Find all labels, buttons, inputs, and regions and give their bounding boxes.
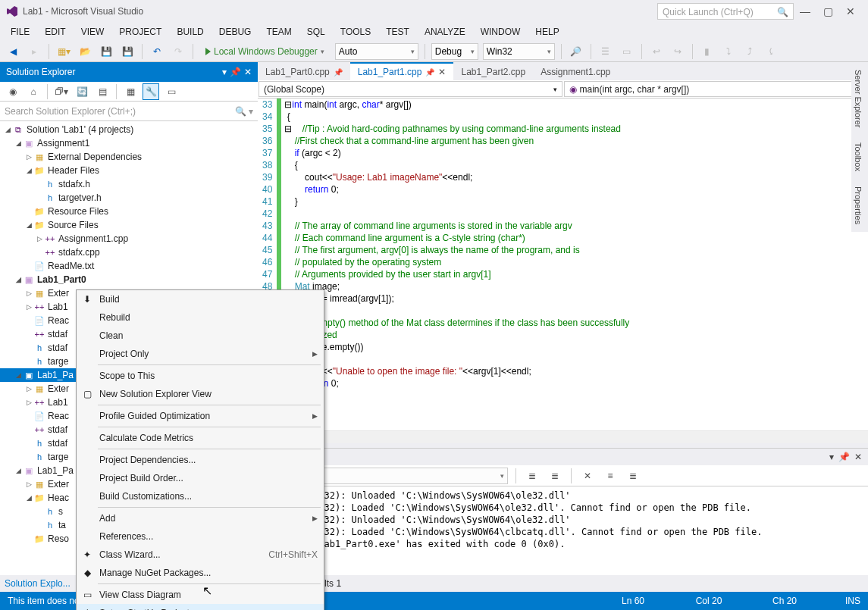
tree-node[interactable]: ▷▦External Dependencies: [0, 150, 258, 164]
close-button[interactable]: ✕: [839, 5, 862, 17]
ctx-build[interactable]: ⬇Build: [77, 290, 324, 308]
tree-node[interactable]: 📄ReadMe.txt: [0, 259, 258, 273]
find-button[interactable]: 🔎: [568, 43, 584, 60]
ctx-add[interactable]: Add▶: [77, 509, 324, 527]
tree-node[interactable]: ◢⧉Solution 'Lab1' (4 projects): [0, 123, 258, 136]
scope-left-combo[interactable]: (Global Scope)▾: [259, 81, 562, 97]
tree-node[interactable]: ++stdafx.cpp: [0, 246, 258, 259]
config-debug-combo[interactable]: Debug▾: [431, 43, 478, 60]
step-over-button[interactable]: ⤵: [720, 43, 737, 60]
menu-analyze[interactable]: ANALYZE: [417, 24, 473, 39]
menu-edit[interactable]: EDIT: [37, 24, 73, 39]
config-auto-combo[interactable]: Auto▾: [335, 43, 418, 60]
home-icon[interactable]: ⌂: [25, 83, 42, 100]
wrap2-button[interactable]: ≣: [625, 468, 641, 484]
preview-button[interactable]: ▭: [163, 83, 180, 100]
project-context-menu[interactable]: ⬇BuildRebuildCleanProject Only▶Scope to …: [76, 289, 324, 610]
menu-view[interactable]: VIEW: [74, 24, 112, 39]
properties-button[interactable]: 🔧: [143, 83, 159, 100]
pin-icon[interactable]: 📌: [838, 452, 850, 462]
solution-explorer-search[interactable]: Search Solution Explorer (Ctrl+;) 🔍 ▾: [0, 102, 258, 121]
docked-tab[interactable]: Properties: [851, 179, 865, 232]
menu-build[interactable]: BUILD: [169, 24, 211, 39]
save-all-button[interactable]: 💾: [119, 43, 136, 60]
output-header[interactable]: Output ▾ 📌 ✕: [258, 449, 868, 465]
new-project-button[interactable]: ▦▾: [55, 43, 72, 60]
docked-tab[interactable]: Server Explorer: [851, 62, 865, 135]
tree-node[interactable]: ◢▣Lab1_Part0: [0, 273, 258, 286]
pin-icon[interactable]: 📌: [230, 67, 241, 77]
menu-sql[interactable]: SQL: [299, 24, 333, 39]
comment-button[interactable]: ☰: [597, 43, 614, 60]
step-out-button[interactable]: ⤴: [741, 43, 758, 60]
tree-node[interactable]: hstdafx.h: [0, 177, 258, 191]
refresh-button[interactable]: 🔄: [74, 83, 90, 100]
nav-back-button[interactable]: ↩: [648, 43, 665, 60]
menu-window[interactable]: WINDOW: [473, 24, 528, 39]
ctx-view-class-diagram[interactable]: ▭View Class Diagram: [77, 586, 324, 604]
docked-tab[interactable]: Toolbox: [851, 135, 865, 179]
save-button[interactable]: 💾: [98, 43, 114, 60]
ctx-project-build-order-[interactable]: Project Build Order...: [77, 469, 324, 487]
tree-node[interactable]: ◢▣Assignment1: [0, 136, 258, 150]
code-editor[interactable]: 33343536373839404142434445464748 ⊟int ma…: [258, 99, 868, 430]
menu-test[interactable]: TEST: [378, 24, 417, 39]
maximize-button[interactable]: ▢: [816, 5, 839, 17]
nav-fwd-button[interactable]: ↪: [669, 43, 686, 60]
breakpoint-button[interactable]: ⤹: [763, 43, 779, 60]
menu-file[interactable]: FILE: [3, 24, 37, 39]
ctx-project-dependencies-[interactable]: Project Dependencies...: [77, 451, 324, 469]
ctx-scope-to-this[interactable]: Scope to This: [77, 367, 324, 385]
panel-close-icon[interactable]: ✕: [854, 452, 862, 462]
config-platform-combo[interactable]: Win32▾: [483, 43, 555, 60]
goto-button[interactable]: ≣: [547, 468, 563, 484]
ctx-rebuild[interactable]: Rebuild: [77, 308, 324, 327]
tree-node[interactable]: ◢📁Header Files: [0, 164, 258, 177]
home-button[interactable]: ◉: [5, 83, 21, 100]
find-button[interactable]: ≣: [524, 468, 541, 484]
tree-node[interactable]: ◢📁Source Files: [0, 218, 258, 232]
doc-tab[interactable]: Lab1_Part0.cpp📌: [258, 62, 350, 80]
ctx-new-solution-explorer-view[interactable]: ▢New Solution Explorer View: [77, 385, 324, 403]
tree-node[interactable]: 📁Resource Files: [0, 205, 258, 218]
ctx-calculate-code-metrics[interactable]: Calculate Code Metrics: [77, 429, 324, 447]
menu-help[interactable]: HELP: [528, 24, 566, 39]
forward-button[interactable]: ▸: [26, 43, 42, 60]
tree-node[interactable]: ▷++Assignment1.cpp: [0, 232, 258, 246]
menu-project[interactable]: PROJECT: [111, 24, 169, 39]
collapse-button[interactable]: ▤: [94, 83, 111, 100]
quick-launch-input[interactable]: Quick Launch (Ctrl+Q) 🔍: [657, 3, 794, 20]
horizontal-scrollbar[interactable]: [258, 430, 868, 443]
menu-tools[interactable]: TOOLS: [333, 24, 378, 39]
ctx-manage-nuget-packages-[interactable]: ◆Manage NuGet Packages...: [77, 564, 324, 582]
panel-close-icon[interactable]: ✕: [244, 67, 252, 77]
doc-tab[interactable]: Lab1_Part2.cpp: [453, 62, 533, 80]
menu-debug[interactable]: DEBUG: [212, 24, 259, 39]
tree-node[interactable]: htargetver.h: [0, 191, 258, 205]
wrap-button[interactable]: ≡: [602, 468, 619, 484]
clear-button[interactable]: ✕: [579, 468, 596, 484]
sync-button[interactable]: 🗇▾: [53, 83, 70, 100]
ctx-references-[interactable]: References...: [77, 527, 324, 546]
ctx-project-only[interactable]: Project Only▶: [77, 345, 324, 363]
minimize-button[interactable]: —: [794, 5, 816, 17]
open-file-button[interactable]: 📂: [77, 43, 93, 60]
doc-tab[interactable]: Assignment1.cpp: [533, 62, 618, 80]
step-into-button[interactable]: ▮: [699, 43, 716, 60]
start-debugging-button[interactable]: Local Windows Debugger ▾: [199, 43, 331, 60]
output-text[interactable]: 0.exe' (Win32): Unloaded 'C:\Windows\Sys…: [258, 486, 868, 575]
ctx-set-as-startup-project[interactable]: ⚙Set as StartUp Project: [77, 604, 324, 610]
show-all-button[interactable]: ▦: [122, 83, 139, 100]
solution-explorer-header[interactable]: Solution Explorer ▾ 📌 ✕: [0, 62, 258, 82]
back-button[interactable]: ◀: [5, 43, 21, 60]
panel-dropdown-icon[interactable]: ▾: [829, 452, 834, 462]
ctx-profile-guided-optimization[interactable]: Profile Guided Optimization▶: [77, 407, 324, 425]
panel-dropdown-icon[interactable]: ▾: [222, 67, 227, 77]
ctx-clean[interactable]: Clean: [77, 327, 324, 345]
uncomment-button[interactable]: ▭: [619, 43, 635, 60]
doc-tab[interactable]: Lab1_Part1.cpp📌 ✕: [350, 62, 454, 80]
scope-right-combo[interactable]: ◉main(int argc, char * argv[])▾: [564, 81, 868, 97]
redo-button[interactable]: ↷: [170, 43, 186, 60]
ctx-class-wizard-[interactable]: ✦Class Wizard...Ctrl+Shift+X: [77, 546, 324, 564]
menu-team[interactable]: TEAM: [259, 24, 299, 39]
